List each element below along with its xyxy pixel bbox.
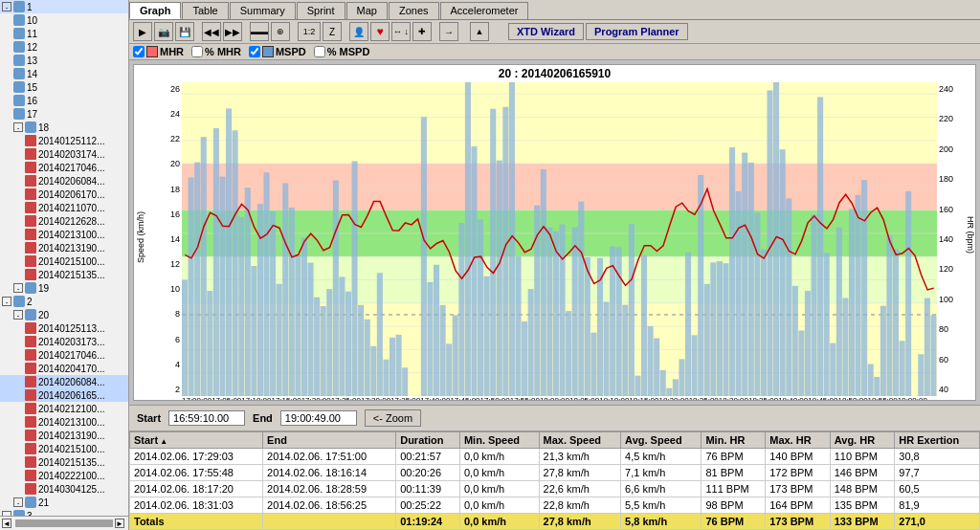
sidebar-item-10[interactable]: 10	[0, 13, 128, 27]
expand-icon-18[interactable]: -	[13, 122, 23, 132]
sidebar-item-20140213190[interactable]: 20140213190...	[0, 241, 128, 254]
sidebar-item-20140215100[interactable]: 20140215100...	[0, 254, 128, 268]
sidebar-item-17[interactable]: 17	[0, 107, 128, 121]
table-row[interactable]: 2014.02.06. 17:29:032014.02.06. 17:51:00…	[130, 449, 980, 465]
start-input[interactable]	[168, 410, 245, 426]
th-max-speed[interactable]: Max. Speed	[539, 432, 621, 449]
sidebar-item-12[interactable]: 12	[0, 40, 128, 54]
sidebar-item-20140213190b[interactable]: 20140213190...	[0, 429, 128, 442]
scroll-right-icon[interactable]: ►	[115, 519, 124, 528]
sidebar-item-20140215135[interactable]: 20140215135...	[0, 268, 128, 281]
sidebar-item-20140217046[interactable]: 20140217046...	[0, 161, 128, 174]
sidebar-item-20140212100[interactable]: 20140212100...	[0, 402, 128, 415]
table-header-row: Start End Duration Min. Speed Max. Speed…	[130, 432, 980, 449]
program-planner-btn[interactable]: Program Planner	[586, 23, 688, 40]
sidebar-item-20140215100b[interactable]: 20140215100...	[0, 442, 128, 455]
z-btn[interactable]: Z	[323, 22, 342, 41]
sidebar-item-20140203173[interactable]: 20140203173...	[0, 335, 128, 348]
sidebar-item-20[interactable]: -20	[0, 308, 128, 321]
chart-canvas[interactable]	[182, 82, 937, 396]
sidebar-item-20140125112[interactable]: 20140125112...	[0, 134, 128, 147]
sidebar-item-20140213100[interactable]: 20140213100...	[0, 228, 128, 241]
chart-plot[interactable]	[182, 82, 937, 396]
camera-btn[interactable]: 📷	[154, 22, 173, 41]
scroll-mode-btn[interactable]: ▬▬	[250, 22, 269, 41]
pct-mhr-checkbox[interactable]	[191, 46, 203, 57]
end-input[interactable]	[280, 410, 357, 426]
expand-icon-2[interactable]: -	[2, 297, 11, 306]
chart-title: 20 : 20140206165910	[134, 65, 975, 82]
th-min-hr[interactable]: Min. HR	[702, 432, 766, 449]
sidebar-item-20140222100[interactable]: 20140222100...	[0, 469, 128, 482]
sidebar-item-14[interactable]: 14	[0, 67, 128, 80]
sidebar-item-20140212628[interactable]: 20140212628...	[0, 214, 128, 228]
session-icon-20140125113	[25, 322, 36, 334]
sidebar-item-20140211070[interactable]: 20140211070...	[0, 201, 128, 214]
tab-zones[interactable]: Zones	[389, 2, 439, 19]
xtd-wizard-btn[interactable]: XTD Wizard	[508, 23, 584, 40]
sidebar-nav: -11011121314151617-1820140125112...20140…	[0, 0, 128, 530]
sidebar-item-20140125113[interactable]: 20140125113...	[0, 321, 128, 335]
table-row[interactable]: 2014.02.06. 18:17:202014.02.06. 18:28:59…	[130, 481, 980, 497]
sidebar-item-3[interactable]: -3	[0, 509, 128, 516]
table-row[interactable]: 2014.02.06. 17:55:482014.02.06. 18:16:14…	[130, 465, 980, 481]
export-btn[interactable]: 💾	[175, 22, 194, 41]
sidebar-item-13[interactable]: 13	[0, 54, 128, 67]
th-hr-exertion[interactable]: HR Exertion	[895, 432, 980, 449]
th-start[interactable]: Start	[130, 432, 263, 449]
expand-icon-21[interactable]: -	[13, 497, 23, 507]
crosshair-btn[interactable]: ✚	[412, 22, 432, 41]
sidebar-item-21[interactable]: -21	[0, 496, 128, 509]
sidebar-item-20140204170[interactable]: 20140204170...	[0, 362, 128, 375]
sidebar-item-1[interactable]: -1	[0, 0, 128, 13]
person-btn[interactable]: 👤	[349, 22, 368, 41]
back-btn[interactable]: ◀◀	[202, 22, 221, 41]
th-end[interactable]: End	[263, 432, 396, 449]
arrow-right-btn[interactable]: →	[439, 22, 458, 41]
interval-btn[interactable]: 1:2	[298, 22, 321, 41]
arrows-btn[interactable]: ↔ ↓	[391, 22, 411, 41]
sidebar-item-20140206170b[interactable]: 20140206165...	[0, 388, 128, 402]
tab-table[interactable]: Table	[182, 2, 228, 19]
sidebar-item-16[interactable]: 16	[0, 94, 128, 107]
tab-accelerometer[interactable]: Accelerometer	[440, 2, 529, 19]
forward-btn[interactable]: ▶▶	[223, 22, 242, 41]
tab-summary[interactable]: Summary	[230, 2, 296, 19]
chart-icon[interactable]: ▲	[470, 22, 489, 41]
scroll-left-icon[interactable]: ◄	[2, 519, 11, 528]
sidebar-item-20140213100b[interactable]: 20140213100...	[0, 415, 128, 429]
zoom-btn[interactable]: <- Zoom	[365, 409, 421, 427]
tab-map[interactable]: Map	[346, 2, 388, 19]
select-tool-btn[interactable]: ▶	[133, 22, 152, 41]
sidebar-item-20140217046b[interactable]: 20140217046...	[0, 348, 128, 362]
heart-btn[interactable]: ♥	[370, 22, 390, 41]
sidebar-item-20140206084b[interactable]: 20140206084...	[0, 375, 128, 388]
expand-icon-20[interactable]: -	[13, 310, 23, 320]
pct-mspd-checkbox[interactable]	[314, 46, 325, 57]
sidebar-item-18[interactable]: -18	[0, 121, 128, 134]
expand-icon-19[interactable]: -	[13, 283, 23, 293]
sidebar-item-20140304125[interactable]: 20140304125...	[0, 482, 128, 496]
th-avg-hr[interactable]: Avg. HR	[830, 432, 895, 449]
th-duration[interactable]: Duration	[396, 432, 460, 449]
sidebar-item-20140203174[interactable]: 20140203174...	[0, 147, 128, 161]
table-row[interactable]: 2014.02.06. 18:31:032014.02.06. 18:56:25…	[130, 497, 980, 514]
tab-sprint[interactable]: Sprint	[297, 2, 345, 19]
sidebar-item-15[interactable]: 15	[0, 80, 128, 94]
mspd-checkbox[interactable]	[249, 46, 260, 57]
sidebar-item-20140206170[interactable]: 20140206170...	[0, 188, 128, 201]
sidebar-item-2[interactable]: -2	[0, 295, 128, 308]
tab-graph[interactable]: Graph	[129, 2, 181, 19]
sidebar-item-19[interactable]: -19	[0, 281, 128, 295]
mhr-checkbox[interactable]	[133, 46, 145, 57]
table-wrapper[interactable]: Start End Duration Min. Speed Max. Speed…	[129, 431, 980, 530]
th-max-hr[interactable]: Max. HR	[766, 432, 831, 449]
th-avg-speed[interactable]: Avg. Speed	[621, 432, 702, 449]
sidebar-item-20140215135b[interactable]: 20140215135...	[0, 455, 128, 469]
sidebar-item-11[interactable]: 11	[0, 27, 128, 40]
expand-icon-1[interactable]: -	[2, 2, 11, 11]
sidebar-item-20140206084[interactable]: 20140206084...	[0, 174, 128, 188]
th-min-speed[interactable]: Min. Speed	[459, 432, 539, 449]
zoom-mode-btn[interactable]: ⊕	[271, 22, 290, 41]
sidebar-scroll[interactable]: -11011121314151617-1820140125112...20140…	[0, 0, 128, 516]
